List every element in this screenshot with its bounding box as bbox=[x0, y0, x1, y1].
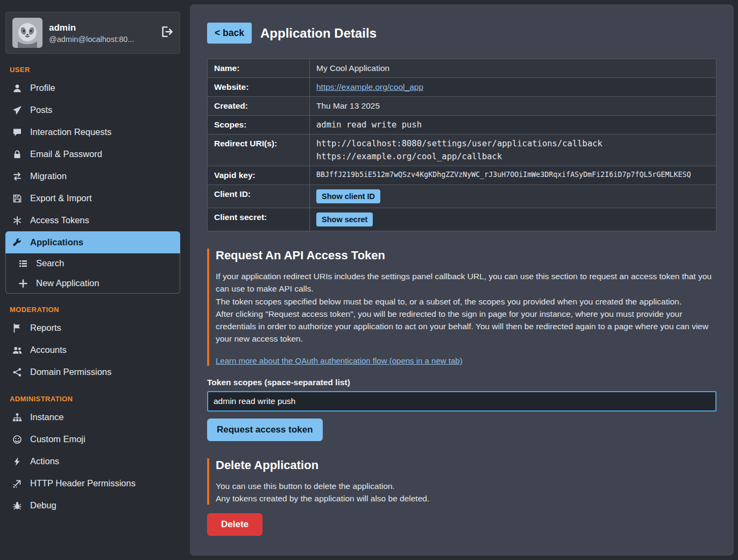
main-content: < back Application Details Name: My Cool… bbox=[186, 0, 738, 560]
redirect-uri: https://example.org/cool_app/callback bbox=[316, 152, 709, 161]
delete-section-title: Delete Application bbox=[216, 458, 716, 472]
show-client-id-button[interactable]: Show client ID bbox=[316, 189, 380, 203]
sidebar-item-label: Actions bbox=[30, 456, 59, 466]
table-row: Redirect URI(s): http://localhost:8080/s… bbox=[208, 134, 716, 166]
detail-key: Vapid key: bbox=[208, 166, 310, 185]
detail-key: Created: bbox=[208, 97, 310, 116]
sitemap-icon bbox=[12, 413, 23, 422]
sidebar-item-accounts[interactable]: Accounts bbox=[5, 339, 180, 361]
sidebar-item-label: Migration bbox=[30, 171, 67, 181]
sidebar: admin @admin@localhost:80... USER Profil… bbox=[0, 0, 186, 560]
user-handle: @admin@localhost:80... bbox=[49, 35, 134, 44]
page-header: < back Application Details bbox=[207, 23, 716, 44]
token-section-paragraph: The token scopes specified below must be… bbox=[216, 295, 716, 308]
sidebar-section-administration: ADMINISTRATION bbox=[10, 395, 177, 403]
detail-value: BBJffJ219b5iE512m7wQSzv4KgKDhgZZVzNyWC_r… bbox=[310, 166, 716, 185]
sidebar-item-migration[interactable]: Migration bbox=[5, 165, 180, 187]
sidebar-item-interaction-requests[interactable]: Interaction Requests bbox=[5, 121, 180, 143]
sidebar-item-label: Export & Import bbox=[30, 193, 92, 203]
sidebar-item-reports[interactable]: Reports bbox=[5, 317, 180, 339]
sidebar-item-label: Applications bbox=[30, 237, 83, 247]
sidebar-item-new-application[interactable]: New Application bbox=[6, 273, 180, 293]
sidebar-section-user: USER bbox=[10, 66, 177, 74]
request-access-token-button[interactable]: Request access token bbox=[207, 419, 323, 441]
sidebar-item-search[interactable]: Search bbox=[6, 253, 180, 273]
sidebar-item-debug[interactable]: Debug bbox=[5, 494, 180, 516]
delete-section: Delete Application You can use this butt… bbox=[207, 458, 716, 505]
detail-value: https://example.org/cool_app bbox=[310, 78, 716, 97]
settings-panel: < back Application Details Name: My Cool… bbox=[190, 4, 734, 556]
show-secret-button[interactable]: Show secret bbox=[316, 212, 373, 226]
detail-key: Client ID: bbox=[208, 185, 310, 208]
sidebar-item-email-password[interactable]: Email & Password bbox=[5, 143, 180, 165]
sidebar-item-label: Domain Permissions bbox=[30, 367, 111, 377]
token-scopes-input[interactable] bbox=[207, 391, 716, 412]
sidebar-item-instance[interactable]: Instance bbox=[5, 406, 180, 428]
lock-icon bbox=[12, 150, 23, 159]
user-name: admin bbox=[49, 23, 134, 33]
user-meta: admin @admin@localhost:80... bbox=[49, 23, 134, 44]
sidebar-item-label: Posts bbox=[30, 105, 52, 115]
detail-value: http://localhost:8080/settings/user/appl… bbox=[310, 134, 716, 166]
website-link[interactable]: https://example.org/cool_app bbox=[316, 82, 423, 91]
detail-key: Redirect URI(s): bbox=[208, 134, 310, 166]
table-row: Client secret: Show secret bbox=[208, 208, 716, 231]
sidebar-item-label: Access Tokens bbox=[30, 215, 89, 225]
sidebar-item-label: Profile bbox=[30, 83, 55, 93]
token-section-paragraph: If your application redirect URIs includ… bbox=[216, 270, 716, 295]
arrow-up-right-dots-icon bbox=[12, 479, 23, 488]
sidebar-item-label: New Application bbox=[36, 278, 99, 288]
detail-value: Show client ID bbox=[310, 185, 716, 208]
users-icon bbox=[12, 345, 23, 355]
sidebar-item-label: Interaction Requests bbox=[30, 127, 111, 137]
delete-section-line: Any tokens created by the application wi… bbox=[216, 492, 716, 505]
bolt-icon bbox=[12, 457, 23, 466]
table-row: Client ID: Show client ID bbox=[208, 185, 716, 208]
user-icon bbox=[12, 83, 23, 93]
page-title: Application Details bbox=[260, 26, 377, 41]
token-section-paragraph: After clicking "Request access token", y… bbox=[216, 308, 716, 345]
table-row: Scopes: admin read write push bbox=[208, 116, 716, 134]
sidebar-item-actions[interactable]: Actions bbox=[5, 450, 180, 472]
detail-value: Show secret bbox=[310, 208, 716, 231]
table-row: Created: Thu Mar 13 2025 bbox=[208, 97, 716, 116]
sidebar-item-domain-permissions[interactable]: Domain Permissions bbox=[5, 361, 180, 383]
comment-icon bbox=[12, 127, 23, 137]
sidebar-section-moderation: MODERATION bbox=[10, 306, 177, 314]
sidebar-item-custom-emoji[interactable]: Custom Emoji bbox=[5, 428, 180, 450]
logout-icon[interactable] bbox=[160, 25, 173, 40]
user-card[interactable]: admin @admin@localhost:80... bbox=[5, 12, 180, 54]
sidebar-item-export-import[interactable]: Export & Import bbox=[5, 187, 180, 209]
sidebar-item-label: Custom Emoji bbox=[30, 434, 86, 444]
wrench-icon bbox=[12, 238, 23, 247]
bug-icon bbox=[12, 501, 23, 511]
token-section: Request An API Access Token If your appl… bbox=[207, 249, 716, 366]
application-details-table: Name: My Cool Application Website: https… bbox=[207, 59, 716, 231]
back-button[interactable]: < back bbox=[207, 23, 252, 44]
sidebar-item-applications[interactable]: Applications bbox=[5, 231, 180, 253]
oauth-docs-link[interactable]: Learn more about the OAuth authenticatio… bbox=[216, 356, 463, 365]
redirect-uri: http://localhost:8080/settings/user/appl… bbox=[316, 139, 709, 148]
asterisk-icon bbox=[12, 216, 23, 225]
table-row: Name: My Cool Application bbox=[208, 59, 716, 78]
sidebar-item-http-header-permissions[interactable]: HTTP Header Permissions bbox=[5, 472, 180, 494]
applications-submenu: Search New Application bbox=[5, 253, 180, 294]
detail-value: admin read write push bbox=[310, 116, 716, 134]
sidebar-item-posts[interactable]: Posts bbox=[5, 99, 180, 121]
sidebar-item-label: Debug bbox=[30, 500, 56, 511]
detail-key: Client secret: bbox=[208, 208, 310, 231]
detail-key: Website: bbox=[208, 78, 310, 97]
delete-button[interactable]: Delete bbox=[207, 513, 262, 536]
detail-value: Thu Mar 13 2025 bbox=[310, 97, 716, 116]
table-row: Vapid key: BBJffJ219b5iE512m7wQSzv4KgKDh… bbox=[208, 166, 716, 185]
sidebar-item-label: Accounts bbox=[30, 345, 67, 355]
sidebar-item-label: Email & Password bbox=[30, 149, 102, 159]
plus-icon bbox=[18, 279, 29, 288]
token-section-title: Request An API Access Token bbox=[216, 249, 716, 263]
token-scopes-label: Token scopes (space-separated list) bbox=[207, 378, 716, 387]
sidebar-item-profile[interactable]: Profile bbox=[5, 77, 180, 99]
list-icon bbox=[18, 259, 29, 268]
detail-key: Name: bbox=[208, 59, 310, 78]
detail-value: My Cool Application bbox=[310, 59, 716, 78]
sidebar-item-access-tokens[interactable]: Access Tokens bbox=[5, 209, 180, 231]
